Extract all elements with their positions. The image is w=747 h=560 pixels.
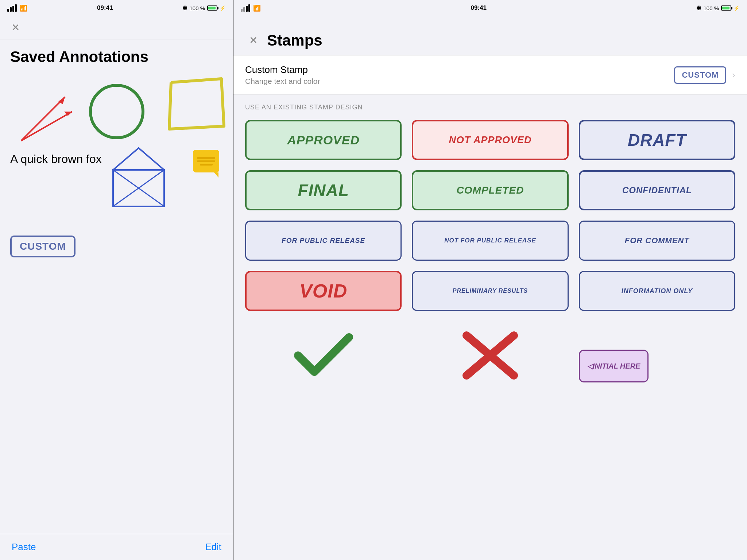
custom-stamp-row[interactable]: Custom Stamp Change text and color CUSTO… (233, 55, 747, 95)
stamp-draft-label: DRAFT (628, 130, 686, 150)
stamp-initial-here-label: INITIAL HERE (593, 362, 640, 370)
wifi-icon-left: 📶 (20, 4, 27, 12)
right-panel: 📶 09:41 ✱ 100 % ⚡ ✕ Stamps Custom Stamp (233, 0, 747, 560)
battery-text-right: 100 % (703, 5, 719, 11)
stamp-x-mark[interactable] (412, 323, 568, 388)
nav-bar-right: ✕ Stamps (233, 16, 747, 55)
stamp-completed[interactable]: COMPLETED (412, 170, 568, 210)
edit-button[interactable]: Edit (205, 541, 221, 553)
battery-area-left: ✱ 100 % ⚡ (182, 5, 226, 12)
text-annotation[interactable]: A quick brown fox (10, 152, 102, 167)
signal-bars-right (241, 4, 250, 12)
time-left: 09:41 (97, 4, 113, 12)
stamp-void[interactable]: VOID (245, 271, 402, 311)
custom-stamp-annotation[interactable]: CUSTOM (10, 236, 76, 257)
stamp-information-only-label: INFORMATION ONLY (619, 287, 696, 295)
custom-stamp-preview-label: CUSTOM (682, 70, 719, 79)
bluetooth-icon-left: ✱ (182, 5, 187, 12)
custom-stamp-info: Custom Stamp Change text and color (245, 64, 320, 86)
time-right: 09:41 (471, 4, 486, 12)
stamp-not-for-public-release-label: NOT FOR PUBLIC RELEASE (444, 237, 536, 244)
nav-bar-left: ✕ (0, 16, 233, 39)
stamp-approved-label: APPROVED (287, 133, 360, 147)
stamp-void-label: VOID (299, 280, 347, 302)
close-icon-right: ✕ (249, 35, 258, 46)
custom-stamp-label: CUSTOM (20, 241, 66, 252)
note-annotation[interactable] (193, 150, 222, 176)
stamp-preliminary-results-label: PRELIMINARY RESULTS (450, 288, 531, 294)
stamp-for-public-release[interactable]: FOR PUBLIC RELEASE (245, 221, 402, 261)
bluetooth-icon-right: ✱ (696, 5, 701, 12)
stamp-initial-here[interactable]: ◁ INITIAL HERE (579, 350, 649, 382)
circle-annotation[interactable] (84, 79, 150, 144)
stamp-checkmark[interactable] (245, 323, 402, 388)
annotations-area: A quick brown fox (0, 71, 233, 534)
stamp-not-approved[interactable]: NOT APPROVED (412, 120, 568, 160)
status-bar-left: 📶 09:41 ✱ 100 % ⚡ (0, 0, 233, 16)
page-title-right: Stamps (267, 32, 322, 49)
stamp-for-public-release-label: FOR PUBLIC RELEASE (282, 237, 365, 245)
stamp-confidential-label: CONFIDENTIAL (622, 185, 692, 195)
battery-icon-right (721, 5, 731, 11)
svg-point-4 (90, 85, 143, 138)
custom-stamp-right: CUSTOM › (674, 66, 735, 84)
custom-stamp-preview: CUSTOM (674, 66, 726, 84)
status-bar-right: 📶 09:41 ✱ 100 % ⚡ (233, 0, 747, 16)
stamp-confidential[interactable]: CONFIDENTIAL (579, 170, 735, 210)
left-panel: 📶 09:41 ✱ 100 % ⚡ ✕ Saved Annotations (0, 0, 233, 560)
custom-stamp-title: Custom Stamp (245, 64, 320, 75)
charging-bolt-right: ⚡ (734, 5, 740, 11)
stamp-information-only[interactable]: INFORMATION ONLY (579, 271, 735, 311)
stamp-final-label: FINAL (298, 180, 349, 200)
arrow-left-icon: ◁ (587, 362, 593, 370)
section-header: USE AN EXISTING STAMP DESIGN (233, 95, 747, 116)
stamp-for-comment-label: FOR COMMENT (625, 236, 689, 245)
stamp-initial-here-wrapper: ◁ INITIAL HERE (579, 323, 735, 388)
chevron-right-icon: › (732, 69, 735, 81)
stamps-content: Custom Stamp Change text and color CUSTO… (233, 55, 747, 560)
arrow-annotation[interactable] (10, 82, 83, 155)
close-button-left[interactable]: ✕ (7, 20, 23, 36)
stamps-grid: APPROVED NOT APPROVED DRAFT FINAL COMPLE… (233, 116, 747, 323)
rectangle-annotation[interactable] (167, 75, 226, 133)
signal-bars-left (7, 4, 17, 12)
stamp-preliminary-results[interactable]: PRELIMINARY RESULTS (412, 271, 568, 311)
stamps-bottom-row: ◁ INITIAL HERE (233, 323, 747, 400)
wifi-icon-right: 📶 (253, 4, 261, 12)
stamp-approved[interactable]: APPROVED (245, 120, 402, 160)
battery-icon-left (207, 5, 217, 11)
stamp-draft[interactable]: DRAFT (579, 120, 735, 160)
shape-annotation[interactable] (109, 144, 168, 210)
stamp-final[interactable]: FINAL (245, 170, 402, 210)
charging-bolt-left: ⚡ (220, 5, 226, 11)
battery-area-right: ✱ 100 % ⚡ (696, 5, 740, 12)
close-icon-left: ✕ (11, 23, 20, 33)
close-button-right[interactable]: ✕ (245, 32, 261, 48)
stamp-for-comment[interactable]: FOR COMMENT (579, 221, 735, 261)
stamp-completed-label: COMPLETED (457, 184, 524, 196)
bottom-bar-left: Paste Edit (0, 534, 233, 560)
battery-text-left: 100 % (189, 5, 205, 11)
note-icon (193, 150, 219, 172)
paste-button[interactable]: Paste (12, 541, 36, 553)
page-title-left: Saved Annotations (0, 39, 233, 71)
custom-stamp-subtitle: Change text and color (245, 77, 320, 86)
stamp-not-for-public-release[interactable]: NOT FOR PUBLIC RELEASE (412, 221, 568, 261)
stamp-not-approved-label: NOT APPROVED (449, 135, 531, 146)
